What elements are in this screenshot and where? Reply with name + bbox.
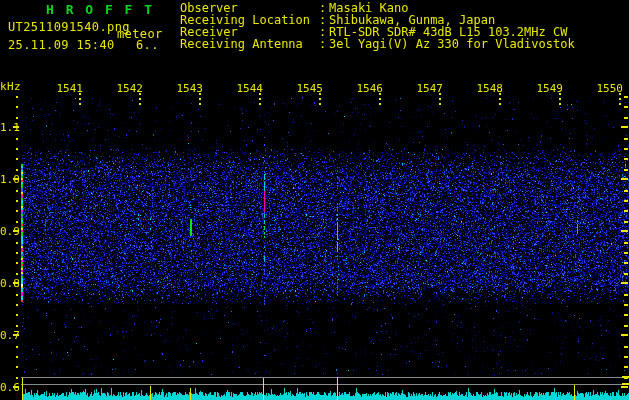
frame-counter: 6.. [136, 38, 159, 52]
x-tick-label: 1541 [53, 82, 83, 95]
datetime-label: 25.11.09 15:40 [8, 38, 115, 52]
hrofft-screen: H R O F F T UT2511091540.png meteor 25.1… [0, 0, 629, 400]
y-tick-label: 1.1 [0, 121, 19, 134]
x-tick-label: 1547 [413, 82, 443, 95]
y-tick-label: 0.9 [0, 225, 19, 238]
x-tick-label: 1546 [353, 82, 383, 95]
x-tick-label: 1542 [113, 82, 143, 95]
app-title: H R O F F T [46, 2, 154, 17]
station-info: Observer : Masaki Kano Receiving Locatio… [180, 2, 575, 50]
output-filename: UT2511091540.png [8, 20, 130, 34]
info-label: Receiving Antenna [180, 38, 319, 50]
y-axis-unit-label: kHz [0, 80, 21, 93]
info-separator: : [319, 38, 329, 50]
x-tick-label: 1544 [233, 82, 263, 95]
x-tick-label: 1543 [173, 82, 203, 95]
x-tick-label: 1548 [473, 82, 503, 95]
y-tick-label: 1.0 [0, 173, 19, 186]
spectrogram-canvas [0, 0, 629, 400]
info-row-antenna: Receiving Antenna : 3el Yagi(V) Az 330 f… [180, 38, 575, 50]
y-tick-label: 0.8 [0, 277, 19, 290]
y-tick-label: 0.6 [0, 381, 19, 394]
info-value: 3el Yagi(V) Az 330 for Vladivostok [329, 38, 575, 50]
x-tick-label: 1549 [533, 82, 563, 95]
x-tick-label: 1545 [293, 82, 323, 95]
y-tick-label: 0.7 [0, 329, 19, 342]
x-tick-label: 1550 [593, 82, 623, 95]
